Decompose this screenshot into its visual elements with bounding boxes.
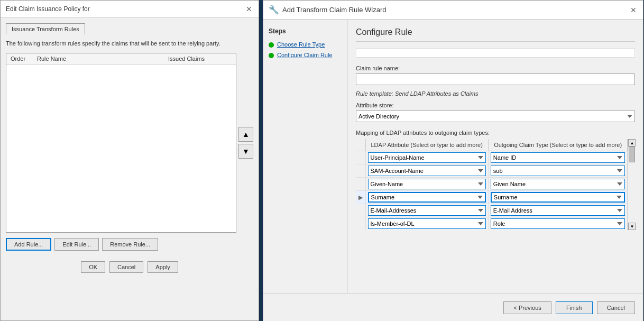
- col-rulename-header: Rule Name: [37, 56, 168, 62]
- mapping-scrollbar[interactable]: ▲ ▼: [628, 139, 635, 230]
- mapping-col-arrow-header: [356, 139, 365, 151]
- row-arrow-2: [356, 164, 365, 178]
- wizard-cancel-button[interactable]: Cancel: [597, 301, 635, 314]
- rules-table-area: Order Rule Name Issued Claims: [6, 53, 236, 233]
- mapping-outgoing-1: Name ID: [488, 151, 627, 164]
- col-order-header: Order: [11, 56, 37, 62]
- cancel-button[interactable]: Cancel: [109, 261, 143, 273]
- row-arrow-3: [356, 178, 365, 191]
- mapping-outgoing-2: sub: [488, 164, 627, 178]
- attribute-store-select[interactable]: Active Directory: [356, 111, 635, 122]
- row-arrow-5: [356, 204, 365, 217]
- wizard-main-content: Configure Rule Claim rule name: Rule tem…: [348, 20, 643, 293]
- claim-rule-name-input[interactable]: [356, 74, 635, 85]
- scroll-down-arrow[interactable]: ▼: [628, 223, 636, 230]
- attribute-store-label: Attribute store:: [356, 102, 635, 108]
- finish-button[interactable]: Finish: [556, 301, 593, 314]
- ok-cancel-row: OK Cancel Apply: [6, 256, 253, 278]
- wizard-title-left: 🔧 Add Transform Claim Rule Wizard: [269, 5, 387, 15]
- step-label-2[interactable]: Configure Claim Rule: [277, 52, 333, 58]
- claim-rule-name-label: Claim rule name:: [356, 65, 635, 71]
- wizard-body: Steps Choose Rule Type Configure Claim R…: [263, 20, 643, 293]
- tab-bar: Issuance Transform Rules: [6, 23, 253, 34]
- step-choose-rule-type: Choose Rule Type: [269, 41, 342, 48]
- scroll-up-arrow[interactable]: ▲: [628, 139, 636, 146]
- edit-claim-close-button[interactable]: ✕: [245, 5, 253, 13]
- mapping-col-outgoing-header: Outgoing Claim Type (Select or type to a…: [488, 139, 627, 151]
- mapping-col-ldap-header: LDAP Attribute (Select or type to add mo…: [365, 139, 488, 151]
- row-arrow-4: ▶: [356, 191, 365, 204]
- ldap-select-4[interactable]: Surname: [368, 192, 486, 203]
- mapping-ldap-1: User-Principal-Name: [365, 151, 488, 164]
- edit-claim-content: Issuance Transform Rules The following t…: [1, 18, 259, 283]
- table-row: SAM-Account-Name sub: [356, 164, 628, 178]
- edit-claim-titlebar: Edit Claim Issuance Policy for ✕: [1, 1, 259, 18]
- rule-buttons-row: Add Rule... Edit Rule... Remove Rule...: [6, 238, 253, 251]
- table-row: Given-Name Given Name: [356, 178, 628, 191]
- arrows-area: ▲ ▼: [238, 53, 253, 233]
- wizard-icon: 🔧: [269, 5, 279, 15]
- mapping-outgoing-5: E-Mail Address: [488, 204, 627, 217]
- mapping-table-outer: LDAP Attribute (Select or type to add mo…: [356, 139, 635, 230]
- mapping-ldap-3: Given-Name: [365, 178, 488, 191]
- ldap-select-1[interactable]: User-Principal-Name: [368, 152, 486, 163]
- outgoing-select-2[interactable]: sub: [491, 166, 625, 176]
- edit-claim-title: Edit Claim Issuance Policy for: [6, 5, 90, 13]
- ok-button[interactable]: OK: [81, 261, 105, 273]
- configure-rule-title: Configure Rule: [356, 27, 635, 42]
- outgoing-select-6[interactable]: Role: [491, 218, 625, 229]
- col-issued-header: Issued Claims: [168, 56, 232, 62]
- outgoing-select-1[interactable]: Name ID: [491, 152, 625, 163]
- table-header: Order Rule Name Issued Claims: [6, 53, 236, 65]
- outgoing-select-4[interactable]: Surname: [491, 192, 625, 203]
- remove-rule-button[interactable]: Remove Rule...: [102, 238, 158, 251]
- step-dot-2: [269, 53, 274, 58]
- move-up-button[interactable]: ▲: [238, 127, 253, 142]
- ldap-select-2[interactable]: SAM-Account-Name: [368, 166, 486, 176]
- ldap-select-6[interactable]: Is-Member-of-DL: [368, 218, 486, 229]
- step-label-1[interactable]: Choose Rule Type: [277, 41, 325, 48]
- wizard-dialog: 🔧 Add Transform Claim Rule Wizard ✕ Step…: [263, 0, 643, 321]
- mapping-table: LDAP Attribute (Select or type to add mo…: [356, 139, 628, 230]
- mapping-ldap-4: Surname: [365, 191, 488, 204]
- step-dot-1: [269, 42, 274, 48]
- mapping-section-title: Mapping of LDAP attributes to outgoing c…: [356, 130, 635, 136]
- outgoing-select-3[interactable]: Given Name: [491, 179, 625, 189]
- table-row: E-Mail-Addresses E-Mail Address: [356, 204, 628, 217]
- row-arrow-1: [356, 151, 365, 164]
- ldap-select-3[interactable]: Given-Name: [368, 179, 486, 189]
- mapping-outgoing-4: Surname: [488, 191, 627, 204]
- apply-button[interactable]: Apply: [148, 261, 178, 273]
- ldap-select-5[interactable]: E-Mail-Addresses: [368, 205, 486, 216]
- wizard-titlebar: 🔧 Add Transform Claim Rule Wizard ✕: [263, 1, 643, 20]
- wizard-steps-title: Steps: [269, 27, 342, 35]
- mapping-ldap-5: E-Mail-Addresses: [365, 204, 488, 217]
- table-row: ▶ Surname Surname: [356, 191, 628, 204]
- issuance-transform-rules-tab[interactable]: Issuance Transform Rules: [6, 23, 85, 34]
- mapping-ldap-6: Is-Member-of-DL: [365, 217, 488, 231]
- row-arrow-6: [356, 217, 365, 231]
- previous-button[interactable]: < Previous: [503, 301, 551, 314]
- rule-template-text: Rule template: Send LDAP Attributes as C…: [356, 90, 635, 97]
- rules-section: Order Rule Name Issued Claims ▲ ▼: [6, 53, 253, 233]
- mapping-outgoing-6: Role: [488, 217, 627, 231]
- wizard-close-button[interactable]: ✕: [629, 6, 638, 14]
- table-row: User-Principal-Name Name ID: [356, 151, 628, 164]
- wizard-title-text: Add Transform Claim Rule Wizard: [282, 6, 387, 14]
- add-rule-button[interactable]: Add Rule...: [6, 238, 51, 251]
- step-configure-claim-rule: Configure Claim Rule: [269, 52, 342, 58]
- table-row: Is-Member-of-DL Role: [356, 217, 628, 231]
- wizard-steps-panel: Steps Choose Rule Type Configure Claim R…: [263, 20, 348, 293]
- mapping-outgoing-3: Given Name: [488, 178, 627, 191]
- edit-rule-button[interactable]: Edit Rule...: [54, 238, 99, 251]
- wizard-description: [356, 48, 635, 58]
- wizard-footer: < Previous Finish Cancel: [263, 293, 643, 321]
- info-text: The following transform rules specify th…: [6, 40, 253, 48]
- scroll-thumb[interactable]: [629, 146, 635, 162]
- mapping-ldap-2: SAM-Account-Name: [365, 164, 488, 178]
- edit-claim-dialog: Edit Claim Issuance Policy for ✕ Issuanc…: [0, 0, 259, 321]
- outgoing-select-5[interactable]: E-Mail Address: [491, 205, 625, 216]
- move-down-button[interactable]: ▼: [238, 144, 253, 159]
